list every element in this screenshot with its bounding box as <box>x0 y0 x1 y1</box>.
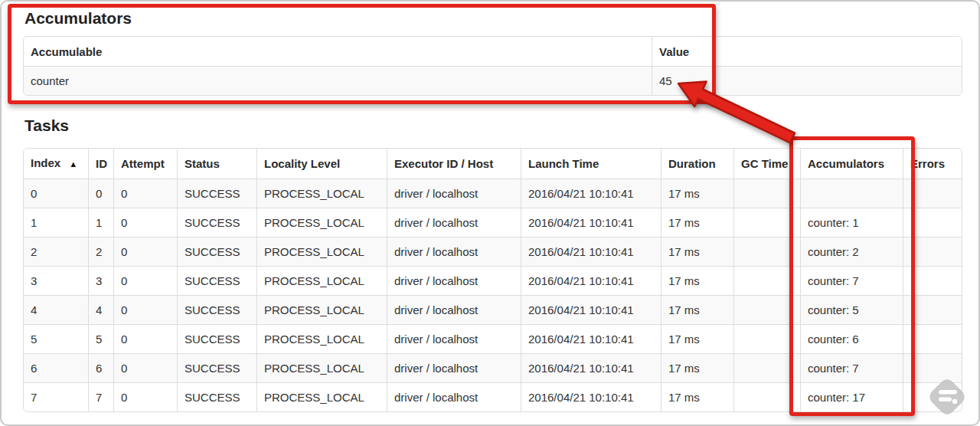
cell <box>800 179 903 208</box>
cell <box>733 295 800 324</box>
cell: 2016/04/21 10:10:41 <box>521 237 661 266</box>
column-header-index[interactable]: Index▲ <box>24 149 88 179</box>
cell: PROCESS_LOCAL <box>256 237 387 266</box>
cell: driver / localhost <box>387 295 521 324</box>
cell: SUCCESS <box>177 179 256 208</box>
cell: driver / localhost <box>387 266 521 295</box>
cell: counter: 7 <box>800 353 903 382</box>
column-header-id[interactable]: ID <box>88 149 113 179</box>
cell: 6 <box>24 353 88 382</box>
cell <box>733 382 800 411</box>
accumulators-table: AccumulableValue counter45 <box>23 36 962 96</box>
cell: 0 <box>113 382 177 411</box>
column-header-label: Launch Time <box>528 157 599 170</box>
cell <box>903 266 962 295</box>
cell: 17 ms <box>661 179 733 208</box>
cell <box>733 324 800 353</box>
table-row: 110SUCCESSPROCESS_LOCALdriver / localhos… <box>24 208 962 237</box>
tasks-table: Index▲IDAttemptStatusLocality LevelExecu… <box>23 148 962 412</box>
cell: counter: 1 <box>800 208 903 237</box>
cell: driver / localhost <box>387 324 521 353</box>
column-header-label: Accumulators <box>808 157 884 170</box>
column-header-label: GC Time <box>741 157 788 170</box>
cell <box>903 353 962 382</box>
column-header-gc-time[interactable]: GC Time <box>733 149 800 179</box>
column-header-label: ID <box>96 157 107 170</box>
spark-stage-page: Accumulators AccumulableValue counter45 … <box>0 0 980 426</box>
cell: SUCCESS <box>177 382 256 411</box>
column-header-locality-level[interactable]: Locality Level <box>256 149 387 179</box>
cell: 2016/04/21 10:10:41 <box>521 266 661 295</box>
cell <box>903 208 962 237</box>
column-header-duration[interactable]: Duration <box>661 149 733 179</box>
cell: counter: 7 <box>800 266 903 295</box>
cell: counter: 2 <box>800 237 903 266</box>
column-header-launch-time[interactable]: Launch Time <box>521 149 661 179</box>
cell: driver / localhost <box>387 208 521 237</box>
cell: SUCCESS <box>177 295 256 324</box>
tasks-header-row: Index▲IDAttemptStatusLocality LevelExecu… <box>24 149 962 179</box>
cell: 17 ms <box>661 324 733 353</box>
column-header-label: Errors <box>910 157 945 170</box>
column-header-accumulable: Accumulable <box>24 37 652 66</box>
column-header-attempt[interactable]: Attempt <box>113 149 177 179</box>
cell: 2 <box>88 237 113 266</box>
cell <box>733 179 800 208</box>
cell: 7 <box>24 382 88 411</box>
cell: 7 <box>88 382 113 411</box>
cell: driver / localhost <box>387 179 521 208</box>
table-row: 770SUCCESSPROCESS_LOCALdriver / localhos… <box>24 382 962 411</box>
cell: 2016/04/21 10:10:41 <box>521 179 661 208</box>
cell: SUCCESS <box>177 266 256 295</box>
cell: 3 <box>24 266 88 295</box>
column-header-status[interactable]: Status <box>177 149 256 179</box>
cell: driver / localhost <box>387 353 521 382</box>
cell: PROCESS_LOCAL <box>256 382 387 411</box>
cell: PROCESS_LOCAL <box>256 353 387 382</box>
table-row: 660SUCCESSPROCESS_LOCALdriver / localhos… <box>24 353 962 382</box>
table-row: 000SUCCESSPROCESS_LOCALdriver / localhos… <box>24 179 962 208</box>
cell: 4 <box>24 295 88 324</box>
cell: 0 <box>113 295 177 324</box>
cell: 1 <box>88 208 113 237</box>
cell: PROCESS_LOCAL <box>256 179 387 208</box>
column-header-executor-id-host[interactable]: Executor ID / Host <box>387 149 521 179</box>
cell: counter: 5 <box>800 295 903 324</box>
cell <box>733 237 800 266</box>
cell: 17 ms <box>661 237 733 266</box>
cell: SUCCESS <box>177 353 256 382</box>
cell: 2016/04/21 10:10:41 <box>521 353 661 382</box>
cell <box>903 237 962 266</box>
cell: 0 <box>113 266 177 295</box>
cell: 0 <box>88 179 113 208</box>
table-row: 220SUCCESSPROCESS_LOCALdriver / localhos… <box>24 237 962 266</box>
table-row: 550SUCCESSPROCESS_LOCALdriver / localhos… <box>24 324 962 353</box>
cell: 0 <box>113 179 177 208</box>
cell: 4 <box>88 295 113 324</box>
column-header-value: Value <box>652 37 962 66</box>
cell: 17 ms <box>661 353 733 382</box>
cell: 2016/04/21 10:10:41 <box>521 208 661 237</box>
cell <box>903 324 962 353</box>
cell <box>733 266 800 295</box>
cell: 2016/04/21 10:10:41 <box>521 324 661 353</box>
cell: SUCCESS <box>177 208 256 237</box>
column-header-errors[interactable]: Errors <box>903 149 962 179</box>
cell: 45 <box>652 66 962 95</box>
cell: 0 <box>113 208 177 237</box>
cell <box>733 353 800 382</box>
cell: driver / localhost <box>387 237 521 266</box>
cell: PROCESS_LOCAL <box>256 266 387 295</box>
column-header-accumulators[interactable]: Accumulators <box>800 149 903 179</box>
cell: 5 <box>24 324 88 353</box>
cell: PROCESS_LOCAL <box>256 208 387 237</box>
cell: 0 <box>113 324 177 353</box>
column-header-label: Status <box>185 157 220 170</box>
column-header-label: Value <box>659 45 689 58</box>
cell: 17 ms <box>661 382 733 411</box>
column-header-label: Attempt <box>121 157 165 170</box>
table-row: counter45 <box>24 66 962 95</box>
accumulators-header-row: AccumulableValue <box>24 37 962 66</box>
cell: 6 <box>88 353 113 382</box>
cell: 2016/04/21 10:10:41 <box>521 382 661 411</box>
